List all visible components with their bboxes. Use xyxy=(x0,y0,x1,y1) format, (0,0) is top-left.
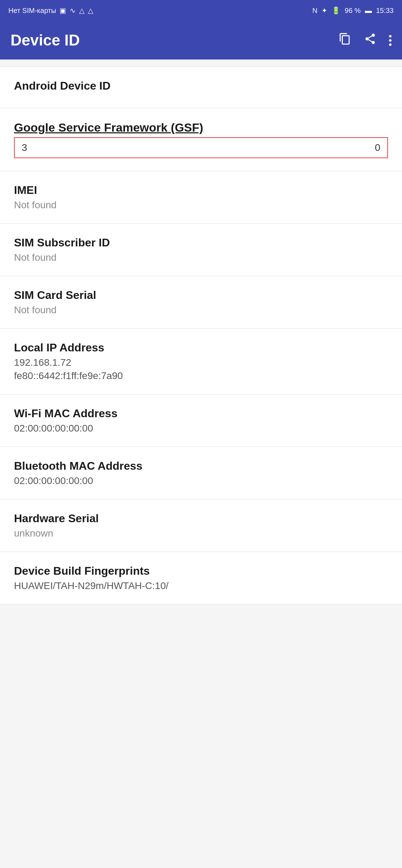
warning-icon1: △ xyxy=(79,6,84,15)
card-sim-card-serial[interactable]: SIM Card Serial Not found xyxy=(0,276,402,329)
card-android-device-id[interactable]: Android Device ID xyxy=(0,66,402,108)
sim-icon: ▣ xyxy=(60,6,66,15)
hardware-serial-value: unknown xyxy=(14,528,388,539)
local-ip-value1: 192.168.1.72 xyxy=(14,357,388,368)
nfc-icon: N xyxy=(312,7,317,15)
imei-title: IMEI xyxy=(14,184,388,197)
wifi-mac-title: Wi-Fi MAC Address xyxy=(14,407,388,420)
bluetooth-icon: ✦ xyxy=(321,6,327,15)
sim-card-serial-value: Not found xyxy=(14,304,388,316)
wifi-mac-value: 02:00:00:00:00:00 xyxy=(14,423,388,434)
device-build-title: Device Build Fingerprints xyxy=(14,565,388,578)
status-left: Нет SIM-карты ▣ ∿ △ △ xyxy=(8,6,93,15)
time: 15:33 xyxy=(376,7,394,15)
share-button[interactable] xyxy=(364,33,376,48)
app-bar: Device ID xyxy=(0,21,402,59)
content-area: Android Device ID Google Service Framewo… xyxy=(0,66,402,604)
no-sim-text: Нет SIM-карты xyxy=(8,7,56,15)
card-imei[interactable]: IMEI Not found xyxy=(0,171,402,224)
battery-text: 96 % xyxy=(345,7,361,15)
app-bar-actions xyxy=(339,33,391,48)
card-bluetooth-mac[interactable]: Bluetooth MAC Address 02:00:00:00:00:00 xyxy=(0,447,402,499)
bluetooth-mac-title: Bluetooth MAC Address xyxy=(14,460,388,472)
local-ip-title: Local IP Address xyxy=(14,341,388,354)
card-hardware-serial[interactable]: Hardware Serial unknown xyxy=(0,499,402,552)
sim-subscriber-value: Not found xyxy=(14,252,388,263)
copy-button[interactable] xyxy=(339,33,351,48)
status-bar: Нет SIM-карты ▣ ∿ △ △ N ✦ 🔋 96 % ▬ 15:33 xyxy=(0,0,402,21)
warning-icon2: △ xyxy=(88,6,93,15)
hardware-serial-title: Hardware Serial xyxy=(14,512,388,525)
app-title: Device ID xyxy=(11,31,80,49)
card-local-ip[interactable]: Local IP Address 192.168.1.72 fe80::6442… xyxy=(0,329,402,394)
device-build-value: HUAWEI/TAH-N29m/HWTAH-C:10/ xyxy=(14,580,388,592)
vibrate-icon: 🔋 xyxy=(332,6,340,15)
sim-card-serial-title: SIM Card Serial xyxy=(14,289,388,302)
card-gsf[interactable]: Google Service Framework (GSF) 3 0 xyxy=(0,108,402,171)
gsf-value-right: 0 xyxy=(375,142,380,153)
more-options-button[interactable] xyxy=(389,35,391,46)
more-dots-icon xyxy=(389,35,391,46)
imei-value: Not found xyxy=(14,200,388,211)
battery-icon: ▬ xyxy=(365,7,372,15)
gsf-value-left: 3 xyxy=(22,142,27,153)
gsf-value-box: 3 0 xyxy=(14,137,388,158)
wifi-icon: ∿ xyxy=(70,6,76,15)
android-device-id-title: Android Device ID xyxy=(14,79,388,92)
status-right: N ✦ 🔋 96 % ▬ 15:33 xyxy=(312,6,394,15)
card-wifi-mac[interactable]: Wi-Fi MAC Address 02:00:00:00:00:00 xyxy=(0,394,402,447)
local-ip-value2: fe80::6442:f1ff:fe9e:7a90 xyxy=(14,370,388,382)
card-device-build[interactable]: Device Build Fingerprints HUAWEI/TAH-N29… xyxy=(0,552,402,604)
sim-subscriber-title: SIM Subscriber ID xyxy=(14,236,388,249)
gsf-title: Google Service Framework (GSF) xyxy=(14,121,388,134)
card-sim-subscriber[interactable]: SIM Subscriber ID Not found xyxy=(0,224,402,276)
bluetooth-mac-value: 02:00:00:00:00:00 xyxy=(14,475,388,486)
